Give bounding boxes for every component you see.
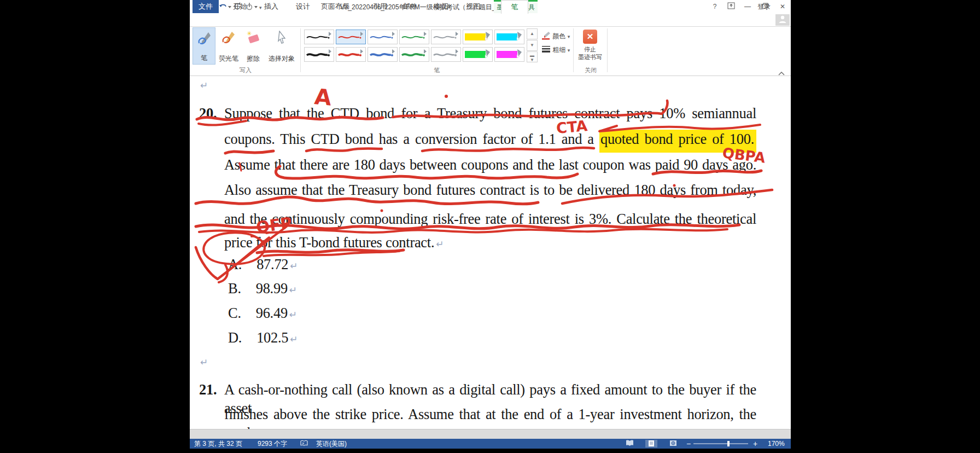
tab-design[interactable]: 设计 (291, 0, 315, 13)
tab-mailings[interactable]: 邮件 (398, 0, 422, 13)
highlighter-style-green[interactable] (463, 47, 493, 62)
pen-style-blue[interactable] (368, 30, 398, 44)
q21-number: 21. (199, 380, 217, 399)
pen-style-green[interactable] (399, 30, 429, 44)
option-b-value: 98.99 (256, 280, 288, 297)
tab-home[interactable]: 开始 (228, 0, 252, 13)
proofing-icon[interactable] (300, 439, 308, 449)
group-separator (573, 28, 574, 72)
q20-line1: Suppose that the CTD bond for a Treasury… (224, 104, 756, 123)
pen-style-black[interactable] (304, 30, 334, 44)
stop-inking-label-line2: 墨迹书写 (575, 54, 605, 61)
pen-style-red-thick[interactable] (336, 47, 366, 62)
group-separator (300, 28, 301, 72)
group-label-close: 关闭 (575, 66, 606, 74)
language-indicator[interactable]: 英语(美国) (316, 439, 347, 449)
tab-review[interactable]: 审阅 (429, 0, 453, 13)
option-a-value: 87.72 (256, 256, 288, 272)
pilcrow-mark: ↵ (200, 80, 208, 91)
tab-references[interactable]: 引用 (368, 0, 392, 13)
option-c-value: 96.49 (256, 305, 288, 321)
highlighter-tool-icon (221, 31, 236, 47)
read-mode-icon[interactable] (623, 440, 635, 448)
highlighter-style-cyan[interactable] (494, 30, 524, 44)
zoom-percentage[interactable]: 170% (768, 439, 785, 449)
highlighter-tool-label: 荧光笔 (217, 54, 241, 63)
sign-in-link[interactable]: 登录 (754, 0, 774, 13)
option-d-value: 102.5 (256, 329, 288, 346)
q20-line5: and the continuously compounding risk-fr… (224, 210, 756, 228)
pen-style-green-thick[interactable] (399, 47, 429, 62)
highlighter-style-magenta[interactable] (494, 47, 524, 62)
q20-line6: price for this T-bond futures contract.↵ (224, 233, 444, 254)
select-objects-label: 选择对象 (266, 54, 298, 63)
pen-tool-label: 笔 (193, 54, 215, 63)
highlighter-tool-button[interactable]: 荧光笔 (217, 27, 241, 65)
ribbon-tab-strip (190, 13, 791, 27)
gallery-scroll-up-icon[interactable]: ▲ (527, 28, 538, 39)
pen-tool-button[interactable]: 笔 (192, 27, 215, 65)
group-label-write: 写入 (192, 66, 299, 74)
zoom-slider-track[interactable] (693, 443, 748, 444)
q20-number: 20. (199, 104, 217, 123)
tab-file[interactable]: 文件 (192, 0, 219, 13)
thickness-lines-icon (541, 45, 551, 53)
group-separator (607, 28, 608, 72)
option-a: A.87.72↵ (228, 255, 298, 276)
eraser-tool-label: 擦除 (242, 54, 265, 63)
ink-color-label: 颜色 (552, 32, 565, 40)
pen-style-blue-thick[interactable] (368, 47, 398, 62)
tab-view[interactable]: 视图 (461, 0, 485, 13)
stop-inking-icon: ✕ (583, 30, 597, 44)
window-bottom-strip (190, 429, 791, 439)
q20-line2-pre: coupons. This CTD bond has a conversion … (224, 131, 599, 147)
pen-style-black-thick[interactable] (304, 47, 334, 62)
gallery-scroll-down-icon[interactable]: ▼ (527, 40, 538, 51)
q20-line2: coupons. This CTD bond has a conversion … (224, 130, 756, 148)
q20-line3: Assume that there are 180 days between c… (224, 155, 756, 174)
zoom-slider-thumb[interactable] (727, 441, 730, 446)
help-button[interactable]: ? (709, 2, 721, 11)
zoom-in-button[interactable]: + (753, 439, 757, 449)
ink-thickness-label: 粗细 (552, 46, 565, 54)
ink-color-button[interactable]: 颜色 ▾ (541, 30, 570, 42)
pilcrow-mark: ↵ (200, 357, 208, 368)
q20-line4: Also assume that the Treasury bond futur… (224, 181, 756, 199)
tab-insert[interactable]: 插入 (259, 0, 283, 13)
stop-inking-label-line1: 停止 (575, 46, 605, 53)
pen-style-gray-thick[interactable] (431, 47, 461, 62)
avatar[interactable] (775, 14, 790, 26)
ink-thickness-button[interactable]: 粗细 ▾ (541, 44, 570, 56)
web-layout-icon[interactable] (667, 440, 679, 448)
minimize-button[interactable]: — (742, 2, 754, 11)
status-bar: 第 3 页, 共 32 页 9293 个字 英语(美国) − + 170% (190, 439, 791, 449)
pen-tool-icon (197, 31, 212, 48)
highlighter-style-yellow[interactable] (463, 30, 493, 44)
option-c: C.96.49↵ (228, 304, 297, 324)
tab-pen-active[interactable]: 笔 (501, 0, 528, 14)
select-objects-button[interactable]: 选择对象 (266, 27, 298, 65)
svg-text:✳: ✳ (247, 30, 252, 37)
option-b: B.98.99↵ (228, 279, 297, 300)
close-button[interactable]: ✕ (777, 2, 789, 11)
screen: W ▾ V3_20220406_2205年FRM一级模拟考试（二）题目_金...… (0, 0, 980, 453)
eraser-tool-button[interactable]: ✳ 擦除 (242, 27, 265, 65)
tab-page-layout[interactable]: 页面布局 (316, 0, 354, 13)
page-indicator[interactable]: 第 3 页, 共 32 页 (194, 439, 242, 449)
select-objects-icon (277, 31, 288, 46)
highlighted-text: quoted bond price of 100. (599, 130, 756, 153)
ribbon-display-options-icon[interactable] (725, 2, 737, 11)
print-layout-icon[interactable] (645, 440, 657, 448)
undo-icon[interactable] (218, 2, 228, 11)
touch-mode-dropdown-icon[interactable] (254, 6, 258, 8)
zoom-out-button[interactable]: − (686, 439, 691, 449)
option-d: D.102.5↵ (228, 328, 298, 349)
color-brush-icon (541, 31, 551, 40)
gallery-more-icon[interactable]: ▬▼ (527, 51, 538, 62)
pen-style-red[interactable] (336, 30, 366, 44)
word-count[interactable]: 9293 个字 (258, 439, 287, 449)
eraser-tool-icon: ✳ (246, 30, 261, 47)
group-label-pens: 笔 (304, 66, 570, 74)
pen-style-gray[interactable] (431, 30, 461, 44)
